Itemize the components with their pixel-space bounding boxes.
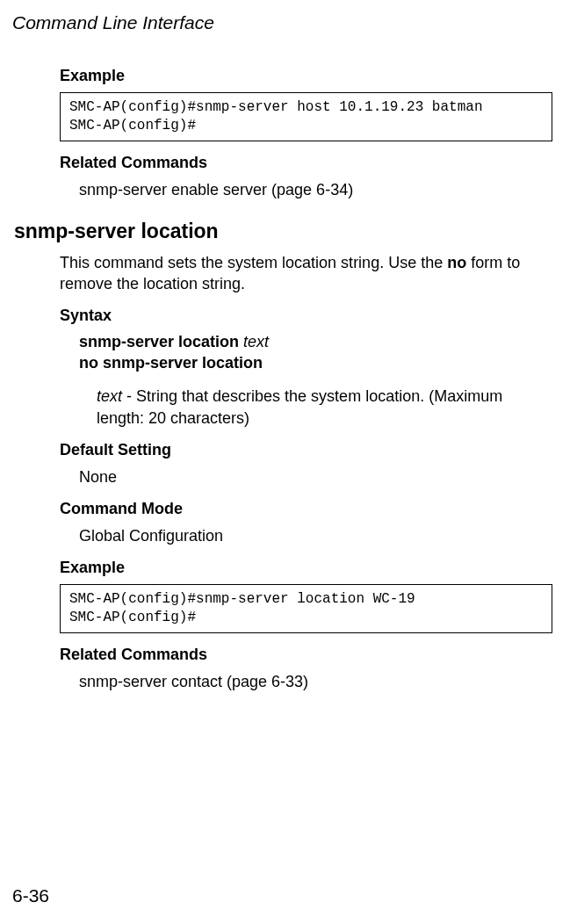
command-mode-heading: Command Mode (60, 500, 552, 518)
default-setting-heading: Default Setting (60, 441, 552, 459)
page-content: Example SMC-AP(config)#snmp-server host … (0, 33, 577, 692)
default-setting-value: None (60, 466, 552, 487)
parameter-description: text - String that describes the system … (60, 386, 552, 429)
code-example-1: SMC-AP(config)#snmp-server host 10.1.19.… (60, 92, 552, 141)
syntax-line-2: no snmp-server location (79, 353, 552, 373)
desc-bold: no (447, 254, 466, 271)
syntax-arg: text (243, 333, 269, 350)
syntax-block: snmp-server location text no snmp-server… (60, 332, 552, 373)
related-commands-heading-2: Related Commands (60, 646, 552, 664)
code-example-2: SMC-AP(config)#snmp-server location WC-1… (60, 584, 552, 633)
param-name: text (97, 387, 122, 405)
command-title: snmp-server location (14, 220, 552, 243)
param-text: - String that describes the system locat… (97, 387, 502, 426)
example-heading-2: Example (60, 559, 552, 577)
desc-part1: This command sets the system location st… (60, 254, 447, 271)
example-heading-1: Example (60, 67, 552, 85)
related-command-text-1: snmp-server enable server (page 6-34) (60, 179, 552, 200)
syntax-line-1: snmp-server location text (79, 332, 552, 352)
related-commands-heading-1: Related Commands (60, 154, 552, 172)
syntax-heading: Syntax (60, 307, 552, 325)
code-line: SMC-AP(config)#snmp-server location WC-1… (69, 591, 415, 607)
code-line: SMC-AP(config)# (69, 118, 196, 134)
code-line: SMC-AP(config)# (69, 610, 196, 625)
code-line: SMC-AP(config)#snmp-server host 10.1.19.… (69, 99, 482, 115)
page-number: 6-36 (12, 885, 49, 906)
related-command-text-2: snmp-server contact (page 6-33) (60, 671, 552, 692)
command-mode-value: Global Configuration (60, 525, 552, 546)
command-description: This command sets the system location st… (60, 252, 552, 295)
syntax-cmd: snmp-server location (79, 333, 243, 350)
page-header: Command Line Interface (0, 0, 577, 33)
